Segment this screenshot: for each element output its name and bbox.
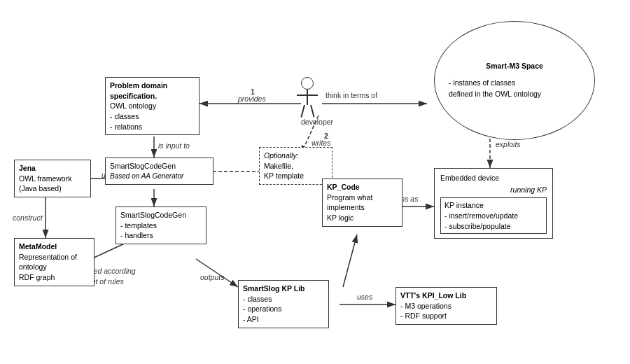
- metamodel-title: MetaModel: [19, 241, 90, 252]
- problem-domain-line2: - classes: [110, 111, 195, 122]
- stick-leg-left: [300, 105, 304, 118]
- kp-code-box: KP_Code Program what implements KP logic: [322, 178, 402, 227]
- smartslog-gen1-subtitle: Based on AA Generator: [110, 172, 209, 181]
- smart-m3-title: Smart-M3 Space: [449, 61, 580, 72]
- kp-instance-line3: - subscribe/populate: [444, 221, 542, 232]
- stick-arms: [297, 94, 318, 96]
- label-uses2: uses: [357, 293, 372, 301]
- stick-legs: [304, 105, 312, 118]
- smartslog-gen1-title: SmartSlogCodeGen: [110, 161, 209, 172]
- stick-head: [301, 77, 314, 90]
- smartslog-gen2-box: SmartSlogCodeGen - templates - handlers: [115, 206, 206, 244]
- label-exploits: exploits: [496, 140, 521, 148]
- vtt-kpi-box: VTT's KPI_Low Lib - M3 operations - RDF …: [396, 287, 497, 325]
- makefile-title: Optionally:: [264, 150, 328, 161]
- embedded-subtitle: running KP: [440, 185, 547, 195]
- smart-m3-circle: Smart-M3 Space - instanes of classes def…: [434, 21, 595, 140]
- smart-m3-line1: - instanes of classes: [449, 78, 515, 89]
- developer-figure: [301, 77, 314, 118]
- smartslog-kp-lib-box: SmartSlog KP Lib - classes - operations …: [238, 280, 329, 328]
- metamodel-line2: RDF graph: [19, 272, 90, 283]
- embedded-device-box: Embedded device running KP KP instance -…: [434, 168, 553, 239]
- label-is-input-to: is input to: [158, 141, 190, 150]
- metamodel-box: MetaModel Representation of ontology RDF…: [14, 238, 94, 286]
- smartslog-gen2-line1: - templates: [120, 220, 202, 231]
- kp-lib-line1: - classes: [243, 294, 324, 304]
- jena-line2: (Java based): [19, 183, 86, 194]
- problem-domain-line3: - relations: [110, 122, 195, 132]
- jena-line1: OWL framework: [19, 174, 86, 184]
- kp-lib-line3: - API: [243, 314, 324, 325]
- label-provides: provides: [238, 94, 266, 103]
- stick-body: [307, 90, 308, 105]
- svg-line-15: [343, 234, 357, 287]
- vtt-line1: - M3 operations: [400, 301, 492, 312]
- smartslog-gen2-title: SmartSlogCodeGen: [120, 210, 202, 220]
- kp-code-title: KP_Code: [327, 182, 398, 192]
- vtt-title: VTT's KPI_Low Lib: [400, 290, 492, 301]
- smartslog-gen2-line2: - handlers: [120, 230, 202, 241]
- developer-label: developer: [301, 118, 333, 126]
- jena-box: Jena OWL framework (Java based): [14, 160, 91, 197]
- kp-code-line1: Program what implements: [327, 192, 398, 213]
- kp-lib-line2: - operations: [243, 304, 324, 314]
- label-think: think in terms of: [326, 91, 377, 99]
- kp-instance-title: KP instance: [444, 200, 542, 211]
- stick-leg-right: [310, 105, 314, 118]
- kp-lib-title: SmartSlog KP Lib: [243, 284, 324, 294]
- problem-domain-title: Problem domain specification.: [110, 80, 195, 101]
- kp-instance-box: KP instance - insert/remove/update - sub…: [440, 197, 547, 234]
- metamodel-line1: Representation of ontology: [19, 252, 90, 272]
- kp-instance-line2: - insert/remove/update: [444, 211, 542, 221]
- smartslog-gen1-box: SmartSlogCodeGen Based on AA Generator: [105, 158, 214, 185]
- problem-domain-box: Problem domain specification. OWL ontolo…: [105, 77, 200, 135]
- diagram-container: developer 1 provides think in terms of 2…: [0, 0, 630, 364]
- jena-title: Jena: [19, 163, 86, 174]
- kp-code-line2: KP logic: [327, 213, 398, 223]
- embedded-title: Embedded device: [440, 173, 547, 183]
- label-construct: construct: [13, 214, 43, 222]
- vtt-line2: - RDF support: [400, 311, 492, 321]
- problem-domain-line1: OWL ontology: [110, 101, 195, 111]
- makefile-line2: KP template: [264, 171, 328, 181]
- label-outputs: outputs: [200, 273, 224, 281]
- label-writes: writes: [312, 139, 330, 147]
- smart-m3-line2: defined in the OWL ontology: [449, 89, 541, 100]
- makefile-line1: Makefile,: [264, 161, 328, 172]
